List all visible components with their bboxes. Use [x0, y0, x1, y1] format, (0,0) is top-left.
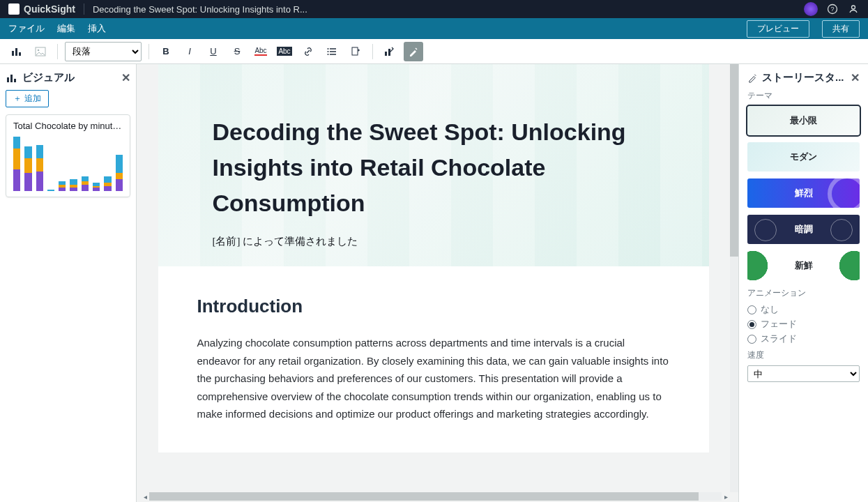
visuals-panel-title: ビジュアル — [22, 71, 75, 84]
paragraph-style-select[interactable]: 段落 — [65, 42, 142, 61]
svg-point-11 — [328, 48, 329, 50]
menu-bar: ファイル 編集 挿入 プレビュー 共有 — [0, 18, 868, 39]
byline[interactable]: [名前] によって準備されました — [213, 235, 655, 248]
horizontal-scrollbar[interactable]: ◂▸ — [141, 492, 730, 501]
close-style-panel-icon[interactable]: ✕ — [851, 71, 860, 84]
svg-text:?: ? — [830, 6, 834, 13]
add-page-icon[interactable] — [346, 42, 365, 61]
page[interactable]: Decoding the Sweet Spot: Unlocking Insig… — [158, 64, 709, 452]
animation-none-label: なし — [761, 303, 779, 316]
visual-card[interactable]: Total Chocolate by minute ... — [6, 114, 130, 197]
help-icon[interactable]: ? — [826, 3, 839, 15]
section-body[interactable]: Analyzing chocolate consumption patterns… — [197, 334, 670, 423]
topbar-divider — [84, 3, 84, 15]
animation-option-fade[interactable]: フェード — [747, 318, 860, 330]
strikethrough-icon[interactable]: S — [227, 42, 247, 61]
speed-section-label: 速度 — [747, 349, 860, 361]
svg-point-12 — [328, 51, 329, 52]
visual-card-title: Total Chocolate by minute ... — [13, 121, 123, 131]
story-style-icon[interactable] — [404, 42, 423, 61]
theme-dark[interactable]: 暗調 — [747, 215, 860, 244]
animation-fade-label: フェード — [761, 318, 797, 330]
style-panel-title: ストーリースタ... — [762, 71, 844, 84]
app-name: QuickSight — [24, 3, 75, 15]
body-block: Introduction Analyzing chocolate consump… — [158, 266, 709, 452]
add-visual-button[interactable]: ＋追加 — [6, 90, 49, 107]
document-title: Decoding the Sweet Spot: Unlocking Insig… — [93, 4, 307, 15]
theme-section-label: テーマ — [747, 90, 860, 102]
svg-rect-14 — [352, 47, 358, 55]
story-style-panel: ストーリースタ... ✕ テーマ 最小限 モダン 鮮烈 暗調 新鮮 アニメーショ… — [738, 64, 868, 502]
svg-point-2 — [852, 6, 855, 9]
svg-rect-19 — [14, 79, 16, 82]
link-icon[interactable] — [298, 42, 318, 61]
ai-assistant-icon[interactable] — [804, 2, 818, 16]
insert-visual-icon[interactable] — [7, 42, 26, 61]
menu-file[interactable]: ファイル — [8, 22, 45, 35]
animation-slide-label: スライド — [761, 333, 797, 345]
insert-image-icon[interactable] — [31, 42, 50, 61]
animation-option-slide[interactable]: スライド — [747, 333, 860, 345]
theme-minimal-label: 最小限 — [790, 114, 817, 127]
vertical-scrollbar[interactable] — [730, 64, 738, 492]
highlight-color-icon[interactable]: Abc — [275, 42, 294, 61]
theme-vivid-label: 鮮烈 — [795, 187, 813, 199]
top-bar: QuickSight Decoding the Sweet Spot: Unlo… — [0, 0, 868, 18]
text-color-icon[interactable]: Abc — [251, 42, 271, 61]
visual-card-thumbnail — [13, 137, 123, 191]
build-story-icon[interactable] — [380, 42, 399, 61]
svg-rect-18 — [10, 75, 13, 82]
theme-fresh-label: 新鮮 — [795, 259, 813, 272]
animation-section-label: アニメーション — [747, 287, 860, 299]
theme-fresh[interactable]: 新鮮 — [747, 251, 860, 280]
section-heading[interactable]: Introduction — [197, 296, 670, 317]
svg-rect-17 — [7, 77, 9, 82]
format-toolbar: 段落 B I U S Abc Abc — [0, 39, 868, 64]
plus-icon: ＋ — [13, 93, 22, 105]
theme-vivid[interactable]: 鮮烈 — [747, 178, 860, 208]
list-icon[interactable] — [322, 42, 342, 61]
theme-dark-label: 暗調 — [795, 223, 813, 236]
close-visuals-panel-icon[interactable]: ✕ — [121, 71, 130, 84]
speed-select[interactable]: 中 — [747, 365, 860, 382]
visuals-panel-icon — [6, 72, 18, 84]
svg-point-7 — [38, 49, 40, 51]
page-title[interactable]: Decoding the Sweet Spot: Unlocking Insig… — [213, 114, 655, 221]
menu-edit[interactable]: 編集 — [57, 22, 75, 35]
svg-point-13 — [328, 54, 329, 55]
hero-block: Decoding the Sweet Spot: Unlocking Insig… — [158, 64, 709, 266]
visuals-panel: ビジュアル ✕ ＋追加 Total Chocolate by minute ..… — [0, 64, 137, 502]
style-panel-icon — [747, 73, 758, 83]
svg-rect-4 — [15, 48, 17, 56]
italic-icon[interactable]: I — [180, 42, 199, 61]
underline-icon[interactable]: U — [204, 42, 223, 61]
quicksight-logo-icon — [8, 3, 20, 15]
theme-modern[interactable]: モダン — [747, 142, 860, 172]
bold-icon[interactable]: B — [156, 42, 176, 61]
share-button[interactable]: 共有 — [822, 20, 860, 38]
animation-option-none[interactable]: なし — [747, 303, 860, 316]
svg-rect-5 — [19, 52, 21, 56]
svg-rect-3 — [12, 51, 14, 56]
user-icon[interactable] — [847, 3, 860, 15]
theme-modern-label: モダン — [790, 151, 817, 163]
menu-insert[interactable]: 挿入 — [88, 22, 106, 35]
preview-button[interactable]: プレビュー — [747, 20, 809, 38]
add-visual-label: 追加 — [24, 93, 41, 105]
svg-rect-15 — [385, 52, 387, 56]
app-logo: QuickSight — [8, 3, 75, 15]
document-canvas: Decoding the Sweet Spot: Unlocking Insig… — [137, 64, 738, 502]
theme-minimal[interactable]: 最小限 — [747, 106, 860, 135]
